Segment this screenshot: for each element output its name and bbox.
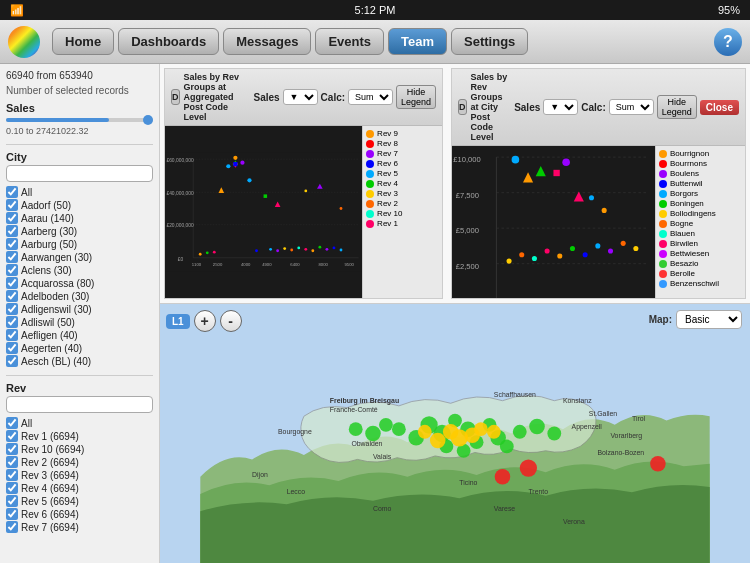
map-dot[interactable] [650, 456, 666, 472]
rev-search[interactable] [6, 396, 153, 413]
svg-text:Ticino: Ticino [459, 479, 477, 486]
chart2-main: £10,000 £7,500 £5,000 £2,500 £0 [452, 146, 745, 298]
svg-point-17 [233, 156, 237, 160]
city-aarberg[interactable]: Aarberg (30) [6, 225, 153, 237]
city-aegerten[interactable]: Aegerten (40) [6, 342, 153, 354]
svg-text:8000: 8000 [318, 262, 328, 267]
svg-text:£40,000,000: £40,000,000 [166, 191, 194, 196]
city-aarau[interactable]: Aarau (140) [6, 212, 153, 224]
map-dot[interactable] [365, 426, 381, 442]
svg-point-35 [326, 248, 329, 251]
map-dot[interactable] [474, 422, 488, 436]
chart1-area: £60,000,000 £40,000,000 £20,000,000 £0 1… [165, 126, 362, 298]
nav-team[interactable]: Team [388, 28, 447, 55]
chart1-panel: D Sales by Rev Groups at Aggregated Post… [164, 68, 443, 299]
legend2-blauen: Blauen [659, 229, 742, 238]
city-adelboden[interactable]: Adelboden (30) [6, 290, 153, 302]
chart1-sales-select[interactable]: ▼ [283, 89, 318, 105]
city-adligenswil[interactable]: Adligenswil (30) [6, 303, 153, 315]
chart1-sum-select[interactable]: Sum [348, 89, 393, 105]
city-filter: City All Aadorf (50) Aarau (140) Aarberg… [6, 151, 153, 367]
svg-point-29 [283, 247, 286, 250]
map-dot[interactable] [529, 419, 545, 435]
sidebar: 66940 from 653940 Number of selected rec… [0, 64, 160, 563]
map-dot[interactable] [379, 418, 393, 432]
city-aefligen[interactable]: Aefligen (40) [6, 329, 153, 341]
help-button[interactable]: ? [714, 28, 742, 56]
map-dot[interactable] [520, 459, 537, 476]
svg-text:Lecco: Lecco [287, 488, 306, 495]
chart1-calc-label: Calc: [321, 92, 345, 103]
city-aesch[interactable]: Aesch (BL) (40) [6, 355, 153, 367]
legend2-buttenwil: Buttenwil [659, 179, 742, 188]
svg-point-23 [199, 253, 202, 256]
chart2-hide-legend[interactable]: Hide Legend [657, 95, 697, 119]
map-dot[interactable] [430, 433, 446, 449]
svg-point-70 [608, 248, 613, 253]
map-zoom-in[interactable]: + [194, 310, 216, 332]
rev-6[interactable]: Rev 6 (6694) [6, 508, 153, 520]
map-dot[interactable] [513, 425, 527, 439]
rev-10[interactable]: Rev 10 (6694) [6, 443, 153, 455]
legend-rev9: Rev 9 [366, 129, 439, 138]
map-type-selector: Map: Basic Satellite Hybrid Terrain [649, 310, 742, 329]
map-dot[interactable] [495, 469, 511, 485]
svg-rect-0 [165, 152, 362, 272]
legend-rev2: Rev 2 [366, 199, 439, 208]
nav-home[interactable]: Home [52, 28, 114, 55]
rev-5[interactable]: Rev 5 (6694) [6, 495, 153, 507]
rev-4[interactable]: Rev 4 (6694) [6, 482, 153, 494]
chart2-sales-select[interactable]: ▼ [543, 99, 578, 115]
sales-slider[interactable] [6, 118, 153, 122]
chart2-sum-select[interactable]: Sum [609, 99, 654, 115]
map-dot[interactable] [349, 422, 363, 436]
chart1-header: D Sales by Rev Groups at Aggregated Post… [165, 69, 442, 126]
city-aarwangen[interactable]: Aarwangen (30) [6, 251, 153, 263]
svg-point-32 [304, 248, 307, 251]
nav-dashboards[interactable]: Dashboards [118, 28, 219, 55]
city-search[interactable] [6, 165, 153, 182]
city-aclens[interactable]: Aclens (30) [6, 264, 153, 276]
chart2-svg: £10,000 £7,500 £5,000 £2,500 £0 [452, 146, 655, 298]
svg-point-74 [589, 195, 594, 200]
nav-messages[interactable]: Messages [223, 28, 311, 55]
rev-3[interactable]: Rev 3 (6694) [6, 469, 153, 481]
map-dot[interactable] [500, 440, 514, 454]
nav-events[interactable]: Events [315, 28, 384, 55]
city-acquarossa[interactable]: Acquarossa (80) [6, 277, 153, 289]
time-display: 5:12 PM [355, 4, 396, 16]
rev-1[interactable]: Rev 1 (6694) [6, 430, 153, 442]
rev-7[interactable]: Rev 7 (6694) [6, 521, 153, 533]
svg-point-62 [507, 259, 512, 264]
rev-all[interactable]: All [6, 417, 153, 429]
svg-text:£2,500: £2,500 [456, 262, 479, 271]
nav-settings[interactable]: Settings [451, 28, 528, 55]
chart1-body: £60,000,000 £40,000,000 £20,000,000 £0 1… [165, 126, 442, 298]
map-type-select[interactable]: Basic Satellite Hybrid Terrain [676, 310, 742, 329]
map-dot[interactable] [418, 425, 432, 439]
city-adliswil[interactable]: Adliswil (50) [6, 316, 153, 328]
chart2-sales-label: Sales [514, 102, 540, 113]
chart1-hide-legend[interactable]: Hide Legend [396, 85, 436, 109]
svg-point-28 [276, 249, 279, 252]
nav-bar: Home Dashboards Messages Events Team Set… [0, 20, 750, 64]
sales-label: Sales [6, 102, 153, 114]
chart2-close[interactable]: Close [700, 100, 739, 115]
city-aarburg[interactable]: Aarburg (50) [6, 238, 153, 250]
legend-rev6: Rev 6 [366, 159, 439, 168]
svg-text:4900: 4900 [262, 262, 272, 267]
city-all[interactable]: All [6, 186, 153, 198]
svg-point-24 [206, 251, 209, 254]
map-dot[interactable] [487, 425, 501, 439]
svg-point-22 [240, 161, 244, 165]
rev-2[interactable]: Rev 2 (6694) [6, 456, 153, 468]
svg-point-36 [333, 246, 336, 249]
wifi-icon: 📶 [10, 4, 24, 17]
chart2-panel: D Sales by Rev Groups at City Post Code … [451, 68, 746, 299]
map-svg: Freiburg im Breisgau Schaffhausen Konsta… [160, 304, 750, 563]
map-zoom-out[interactable]: - [220, 310, 242, 332]
map-dot[interactable] [392, 422, 406, 436]
map-dot[interactable] [547, 427, 561, 441]
svg-text:Varese: Varese [494, 505, 515, 512]
city-aadorf[interactable]: Aadorf (50) [6, 199, 153, 211]
